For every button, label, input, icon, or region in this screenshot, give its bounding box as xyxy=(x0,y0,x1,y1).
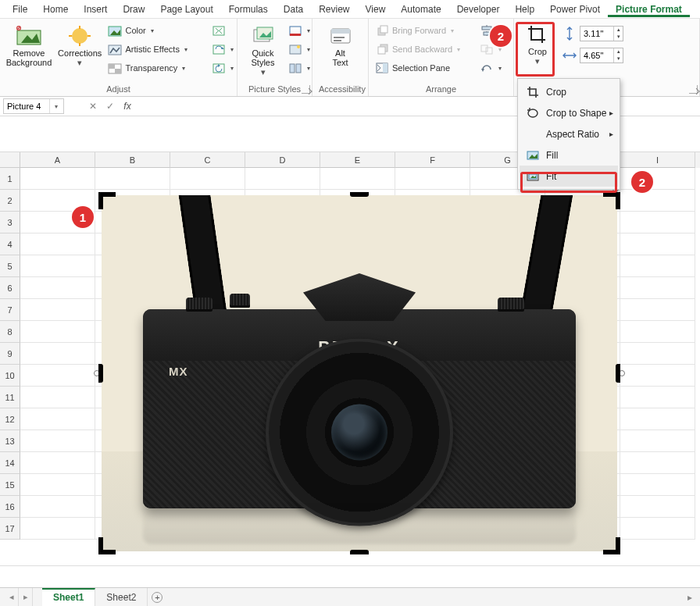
menu-help[interactable]: Help xyxy=(507,2,542,17)
menu-file[interactable]: File xyxy=(5,2,35,17)
cell[interactable] xyxy=(20,343,95,365)
bring-forward-button[interactable]: Bring Forward▾ xyxy=(375,22,473,39)
row-header-7[interactable]: 7 xyxy=(0,299,20,321)
menu-picture-format[interactable]: Picture Format xyxy=(608,2,690,17)
row-header-1[interactable]: 1 xyxy=(0,168,20,190)
row-header-8[interactable]: 8 xyxy=(0,321,20,343)
cell[interactable] xyxy=(20,518,95,540)
artistic-effects-button[interactable]: Artistic Effects▾ xyxy=(108,41,205,58)
cell[interactable] xyxy=(20,321,95,343)
col-header-F[interactable]: F xyxy=(395,152,470,168)
row-header-9[interactable]: 9 xyxy=(0,343,20,365)
height-input[interactable] xyxy=(580,29,613,38)
cell[interactable] xyxy=(620,299,695,321)
sheet-tab-1[interactable]: Sheet1 xyxy=(42,588,95,606)
sheet-nav-prev[interactable]: ◂ xyxy=(5,588,19,606)
col-header-B[interactable]: B xyxy=(95,152,170,168)
spinner-down-icon[interactable]: ▾ xyxy=(614,34,623,41)
crop-handle[interactable] xyxy=(98,192,103,209)
spinner-down-icon[interactable]: ▾ xyxy=(614,55,623,62)
cell[interactable] xyxy=(620,365,695,387)
col-header-E[interactable]: E xyxy=(320,152,395,168)
row-header-15[interactable]: 15 xyxy=(0,474,20,496)
height-spinner[interactable]: ▴▾ xyxy=(580,26,623,41)
row-header-17[interactable]: 17 xyxy=(0,518,20,540)
cell[interactable] xyxy=(620,518,695,540)
cell[interactable] xyxy=(20,168,95,190)
picture-border-button[interactable]: ▾ xyxy=(288,22,305,39)
cell[interactable] xyxy=(20,365,95,387)
quick-styles-button[interactable]: Quick Styles▾ xyxy=(244,22,282,77)
cell[interactable] xyxy=(95,168,170,190)
row-header-12[interactable]: 12 xyxy=(0,408,20,430)
cell[interactable] xyxy=(620,233,695,255)
col-header-A[interactable]: A xyxy=(20,152,95,168)
crop-menu-fill[interactable]: Fill xyxy=(520,144,618,166)
col-header-C[interactable]: C xyxy=(170,152,245,168)
cell[interactable] xyxy=(620,190,695,212)
menu-page-layout[interactable]: Page Layout xyxy=(152,2,220,17)
add-sheet-button[interactable]: + xyxy=(148,588,166,606)
picture-layout-button[interactable]: ▾ xyxy=(288,59,305,77)
cell[interactable] xyxy=(620,343,695,365)
corrections-button[interactable]: Corrections ▾ xyxy=(58,22,102,67)
crop-menu-crop[interactable]: Crop xyxy=(520,81,618,102)
cell[interactable] xyxy=(20,430,95,452)
width-input[interactable] xyxy=(580,51,613,60)
row-header-4[interactable]: 4 xyxy=(0,233,20,255)
name-box-dropdown[interactable]: ▾ xyxy=(49,99,62,113)
dialog-launcher-size[interactable] xyxy=(689,85,698,94)
crop-handle[interactable] xyxy=(350,192,369,197)
compress-pictures-button[interactable] xyxy=(212,22,230,39)
cell[interactable] xyxy=(620,212,695,233)
menu-formulas[interactable]: Formulas xyxy=(221,2,276,17)
row-header-5[interactable]: 5 xyxy=(0,255,20,277)
row-header-3[interactable]: 3 xyxy=(0,212,20,233)
row-header-13[interactable]: 13 xyxy=(0,430,20,452)
crop-menu-crop-to-shape[interactable]: Crop to Shape ▸ xyxy=(520,102,618,123)
menu-data[interactable]: Data xyxy=(276,2,311,17)
cell[interactable] xyxy=(620,430,695,452)
cell[interactable] xyxy=(620,321,695,343)
rotate-button[interactable]: ▾ xyxy=(480,59,497,77)
name-box-input[interactable] xyxy=(4,102,49,111)
menu-developer[interactable]: Developer xyxy=(449,2,508,17)
cell[interactable] xyxy=(620,277,695,299)
name-box[interactable]: ▾ xyxy=(3,98,64,114)
row-header-14[interactable]: 14 xyxy=(0,452,20,474)
spreadsheet-grid[interactable]: A B C D E F G H I 1234567891011121314151… xyxy=(0,152,700,566)
cell[interactable] xyxy=(20,233,95,255)
menu-insert[interactable]: Insert xyxy=(76,2,115,17)
dialog-launcher-picture-styles[interactable] xyxy=(302,85,310,94)
sheet-tab-2[interactable]: Sheet2 xyxy=(95,588,148,606)
enter-formula-button[interactable]: ✓ xyxy=(103,99,117,113)
picture-effects-button[interactable]: ▾ xyxy=(288,41,305,58)
cell[interactable] xyxy=(395,168,470,190)
crop-menu-aspect-ratio[interactable]: Aspect Ratio ▸ xyxy=(520,123,618,144)
remove-background-button[interactable]: Remove Background xyxy=(6,22,52,67)
cell[interactable] xyxy=(20,387,95,408)
menu-draw[interactable]: Draw xyxy=(115,2,152,17)
row-header-6[interactable]: 6 xyxy=(0,277,20,299)
row-header-10[interactable]: 10 xyxy=(0,365,20,387)
inserted-picture[interactable]: PENTAX MX 1 xyxy=(102,195,617,551)
menu-review[interactable]: Review xyxy=(311,2,357,17)
cell[interactable] xyxy=(20,496,95,518)
cell[interactable] xyxy=(20,255,95,277)
col-header-D[interactable]: D xyxy=(245,152,320,168)
tab-scroll-right[interactable]: ▸ xyxy=(680,592,700,603)
row-header-2[interactable]: 2 xyxy=(0,190,20,212)
crop-handle[interactable] xyxy=(98,364,103,383)
cancel-formula-button[interactable]: ✕ xyxy=(86,99,100,113)
cell[interactable] xyxy=(620,496,695,518)
cell[interactable] xyxy=(20,277,95,299)
select-all-corner[interactable] xyxy=(0,152,20,168)
menu-automate[interactable]: Automate xyxy=(393,2,448,17)
cell[interactable] xyxy=(320,168,395,190)
cell[interactable] xyxy=(20,452,95,474)
sheet-nav-next[interactable]: ▸ xyxy=(19,588,33,606)
send-backward-button[interactable]: Send Backward▾ xyxy=(375,41,473,58)
cell[interactable] xyxy=(245,168,320,190)
crop-button[interactable]: Crop ▾ xyxy=(520,20,555,66)
cell[interactable] xyxy=(620,387,695,408)
